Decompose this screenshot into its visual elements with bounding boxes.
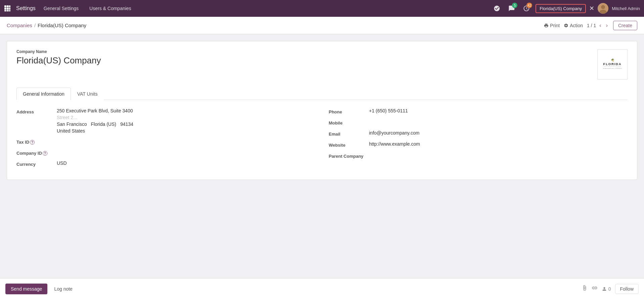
parent-company-label: Parent Company [329,152,369,159]
email-value: info@yourcompany.com [369,130,420,136]
action-label: Action [570,23,583,28]
svg-rect-4 [7,8,9,10]
bottom-right-actions: 0 Follow [582,284,639,294]
company-id-help-icon[interactable]: ? [43,151,47,156]
topnav-right-section: 5 42 Florida(US) Company ✕ Mitchell Admi… [491,3,640,14]
activities-badge: 42 [526,3,532,8]
company-name-label: Company Name [16,49,101,54]
company-name-section: Company Name Florida(US) Company [16,49,101,66]
address-line1: 250 Executive Park Blvd, Suite 3400 [57,108,133,113]
breadcrumb-current: Florida(US) Company [38,22,86,28]
address-city-state-zip: San Francisco Florida (US) 94134 [57,121,133,127]
followers-count: 0 [602,286,611,292]
prev-record-button[interactable]: ‹ [598,22,602,29]
svg-text:🌴: 🌴 [611,58,614,62]
address-country: United States [57,128,133,134]
topnav-general-settings[interactable]: General Settings [41,4,81,12]
tab-general-information[interactable]: General Information [16,88,71,100]
svg-text:shutterstock.com • 37293121: shutterstock.com • 37293121 [603,67,622,69]
send-message-button[interactable]: Send message [5,284,47,294]
user-name[interactable]: Mitchell Admin [612,6,640,11]
support-icon-button[interactable] [491,3,503,14]
follow-button[interactable]: Follow [615,284,639,294]
phone-label: Phone [329,108,369,114]
app-grid-button[interactable] [4,5,11,12]
svg-rect-7 [7,10,9,11]
subheader: Companies / Florida(US) Company Print Ac… [0,17,644,34]
top-navigation: Settings General Settings Users & Compan… [0,0,644,17]
address-state: Florida (US) [91,121,116,127]
next-record-button[interactable]: › [605,22,609,29]
tax-id-field-row: Tax ID? [16,138,315,145]
company-logo[interactable]: 🌴 FLORIDA shutterstock.com • 37293121 [597,49,628,80]
topnav-links: General Settings Users & Companies [41,4,134,12]
record-position: 1 / 1 [587,23,596,28]
bottom-bar: Send message Log note 0 Follow [0,278,644,299]
log-note-button[interactable]: Log note [50,284,77,294]
breadcrumb-separator: / [34,22,36,28]
print-button[interactable]: Print [544,23,560,28]
svg-rect-3 [4,8,6,10]
company-header: Company Name Florida(US) Company 🌴 FLORI… [16,49,628,80]
app-title[interactable]: Settings [16,5,36,11]
mobile-label: Mobile [329,119,369,126]
company-id-field-row: Company ID? [16,149,315,156]
svg-rect-6 [4,10,6,11]
svg-rect-0 [4,5,6,7]
tab-vat-units[interactable]: VAT Units [71,88,104,100]
address-line2-placeholder[interactable]: Street 2... [57,115,133,120]
form-right-column: Phone +1 (650) 555-0111 Mobile Email inf… [329,108,628,171]
company-id-label: Company ID? [16,149,57,156]
currency-field-row: Currency USD [16,160,315,167]
mobile-field-row: Mobile [329,119,628,126]
activities-icon-button[interactable]: 42 [521,3,532,14]
address-city: San Francisco [57,121,87,127]
tax-id-help-icon[interactable]: ? [30,140,35,145]
link-icon-button[interactable] [592,285,598,293]
website-label: Website [329,141,369,148]
address-zip: 94134 [120,121,133,127]
breadcrumb: Companies / Florida(US) Company [7,22,86,28]
address-value: 250 Executive Park Blvd, Suite 3400 Stre… [57,108,133,134]
breadcrumb-companies-link[interactable]: Companies [7,22,32,28]
currency-value: USD [57,160,67,166]
parent-company-field-row: Parent Company [329,152,628,159]
address-label: Address [16,108,57,114]
settings-tools-icon[interactable]: ✕ [589,5,594,12]
subheader-actions: Print Action 1 / 1 ‹ › Create [544,21,637,30]
form-fields-section: Address 250 Executive Park Blvd, Suite 3… [16,108,628,171]
svg-rect-2 [9,5,10,7]
currency-label: Currency [16,160,57,167]
email-field-row: Email info@yourcompany.com [329,130,628,137]
create-button[interactable]: Create [613,21,637,30]
form-tabs: General Information VAT Units [16,88,628,100]
company-form-card: Company Name Florida(US) Company 🌴 FLORI… [7,41,637,180]
main-content: Company Name Florida(US) Company 🌴 FLORI… [0,34,644,278]
print-label: Print [550,23,560,28]
followers-count-value: 0 [608,286,611,292]
svg-rect-8 [9,10,10,11]
phone-value: +1 (650) 555-0111 [369,108,408,113]
website-value: http://www.example.com [369,141,420,147]
svg-rect-1 [7,5,9,7]
website-field-row: Website http://www.example.com [329,141,628,148]
action-button[interactable]: Action [564,23,583,28]
phone-field-row: Phone +1 (650) 555-0111 [329,108,628,114]
company-name-value: Florida(US) Company [16,55,101,66]
user-avatar[interactable] [598,3,608,14]
svg-point-10 [601,5,605,9]
email-label: Email [329,130,369,137]
current-company-button[interactable]: Florida(US) Company [535,4,586,13]
svg-text:FLORIDA: FLORIDA [603,62,622,66]
attachment-icon-button[interactable] [582,285,588,293]
svg-rect-5 [9,8,10,10]
record-navigation: 1 / 1 ‹ › [587,22,609,29]
form-left-column: Address 250 Executive Park Blvd, Suite 3… [16,108,315,171]
topnav-users-companies[interactable]: Users & Companies [87,4,134,12]
address-field-row: Address 250 Executive Park Blvd, Suite 3… [16,108,315,134]
tax-id-label: Tax ID? [16,138,57,145]
messages-badge: 5 [512,3,517,8]
messages-icon-button[interactable]: 5 [506,3,517,14]
